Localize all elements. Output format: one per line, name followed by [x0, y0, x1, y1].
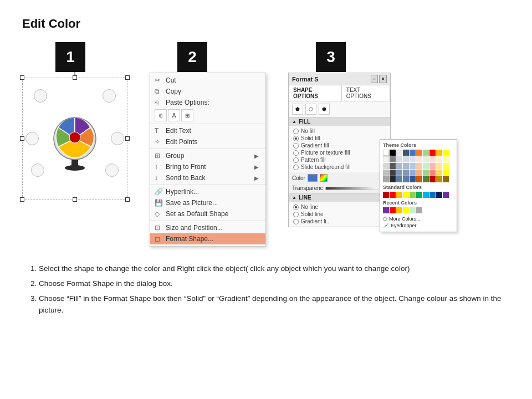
swatch[interactable] [410, 207, 416, 213]
swatch[interactable] [396, 207, 402, 213]
format-close-btn[interactable]: × [379, 75, 387, 83]
swatch[interactable] [403, 176, 409, 182]
swatch[interactable] [429, 176, 436, 182]
tab-shape-options[interactable]: SHAPE OPTIONS [289, 85, 342, 101]
swatch[interactable] [423, 192, 429, 198]
swatch[interactable] [383, 170, 389, 176]
swatch[interactable] [403, 170, 409, 176]
swatch[interactable] [423, 176, 429, 182]
swatch[interactable] [396, 156, 402, 162]
swatch[interactable] [396, 192, 402, 198]
swatch[interactable] [410, 156, 416, 162]
menu-item-hyperlink[interactable]: 🔗 Hyperlink... [150, 186, 265, 197]
swatch[interactable] [443, 163, 449, 169]
swatch[interactable] [403, 150, 409, 156]
transparency-bar[interactable] [325, 187, 377, 190]
radio-pattern-fill[interactable]: Pattern fill [293, 156, 386, 163]
swatch[interactable] [390, 156, 396, 162]
menu-item-default-shape[interactable]: ◇ Set as Default Shape [150, 208, 265, 219]
menu-item-save-picture[interactable]: 💾 Save as Picture... [150, 197, 265, 208]
format-icon-effects[interactable]: ⬡ [305, 104, 316, 115]
swatch[interactable] [390, 150, 396, 156]
menu-item-size-position[interactable]: ⊡ Size and Position... [150, 222, 265, 233]
swatch[interactable] [443, 192, 449, 198]
menu-item-bring-to-front[interactable]: ↑ Bring to Front ▶ [150, 161, 265, 172]
radio-solid-fill[interactable]: Solid fill [293, 135, 386, 142]
swatch[interactable] [383, 163, 389, 169]
swatch[interactable] [383, 150, 389, 156]
radio-no-line[interactable]: No line [293, 203, 386, 211]
radio-gradient-fill[interactable]: Gradient fill [293, 142, 386, 149]
swatch[interactable] [410, 192, 416, 198]
swatch[interactable] [396, 170, 402, 176]
swatch[interactable] [443, 170, 449, 176]
swatch[interactable] [410, 150, 416, 156]
swatch[interactable] [423, 170, 429, 176]
swatch[interactable] [429, 156, 436, 162]
swatch[interactable] [403, 156, 409, 162]
swatch[interactable] [436, 176, 442, 182]
more-colors-btn[interactable]: ⬡ More Colors... [383, 216, 454, 222]
radio-slide-bg[interactable]: Slide background fill [293, 163, 386, 171]
color-swatch[interactable] [308, 174, 318, 182]
swatch[interactable] [383, 192, 389, 198]
swatch[interactable] [390, 176, 396, 182]
swatch[interactable] [410, 163, 416, 169]
swatch[interactable] [403, 163, 409, 169]
swatch[interactable] [423, 156, 429, 162]
color-picker-btn[interactable] [320, 174, 328, 182]
swatch[interactable] [429, 163, 436, 169]
swatch[interactable] [436, 150, 442, 156]
swatch[interactable] [436, 156, 442, 162]
radio-gradient-line[interactable]: Gradient li... [293, 218, 386, 225]
swatch[interactable] [403, 192, 409, 198]
swatch[interactable] [429, 150, 436, 156]
eyedropper-btn[interactable]: 💉 Eyedropper [383, 222, 454, 229]
swatch[interactable] [416, 176, 422, 182]
menu-item-edit-points[interactable]: ✧ Edit Points [150, 136, 265, 147]
paste-icon-2[interactable]: A [168, 109, 180, 121]
swatch[interactable] [396, 163, 402, 169]
swatch[interactable] [436, 192, 442, 198]
swatch[interactable] [383, 176, 389, 182]
swatch[interactable] [396, 150, 402, 156]
swatch[interactable] [410, 176, 416, 182]
menu-item-edit-text[interactable]: T Edit Text [150, 125, 265, 136]
swatch[interactable] [390, 170, 396, 176]
tab-text-options[interactable]: TEXT OPTIONS [342, 85, 390, 101]
swatch[interactable] [403, 207, 409, 213]
swatch[interactable] [390, 192, 396, 198]
paste-icon-3[interactable]: ⊞ [181, 109, 193, 121]
menu-item-format-shape[interactable]: ◻ Format Shape... [150, 233, 265, 244]
swatch[interactable] [423, 150, 429, 156]
swatch[interactable] [443, 150, 449, 156]
swatch[interactable] [443, 176, 449, 182]
menu-item-group[interactable]: ⊞ Group ▶ [150, 150, 265, 161]
swatch[interactable] [390, 163, 396, 169]
swatch[interactable] [436, 163, 442, 169]
swatch[interactable] [390, 207, 396, 213]
swatch[interactable] [383, 207, 389, 213]
swatch[interactable] [410, 170, 416, 176]
swatch[interactable] [416, 150, 422, 156]
paste-icon-1[interactable]: ⎗ [155, 109, 167, 121]
format-minimize-btn[interactable]: – [371, 75, 378, 83]
radio-no-fill[interactable]: No fill [293, 127, 386, 135]
swatch[interactable] [416, 170, 422, 176]
swatch[interactable] [416, 192, 422, 198]
swatch[interactable] [416, 207, 422, 213]
swatch[interactable] [383, 156, 389, 162]
swatch[interactable] [443, 156, 449, 162]
menu-item-send-to-back[interactable]: ↓ Send to Back ▶ [150, 172, 265, 183]
swatch[interactable] [396, 176, 402, 182]
swatch[interactable] [436, 170, 442, 176]
format-icon-fill[interactable]: ⬟ [292, 104, 303, 115]
radio-picture-fill[interactable]: Picture or texture fill [293, 149, 386, 156]
format-icon-3d[interactable]: ⬢ [319, 104, 330, 115]
menu-item-copy[interactable]: ⧉ Copy [150, 86, 265, 97]
swatch[interactable] [429, 170, 436, 176]
menu-item-cut[interactable]: ✂ Cut [150, 75, 265, 86]
swatch[interactable] [429, 192, 436, 198]
swatch[interactable] [416, 163, 422, 169]
swatch[interactable] [416, 156, 422, 162]
